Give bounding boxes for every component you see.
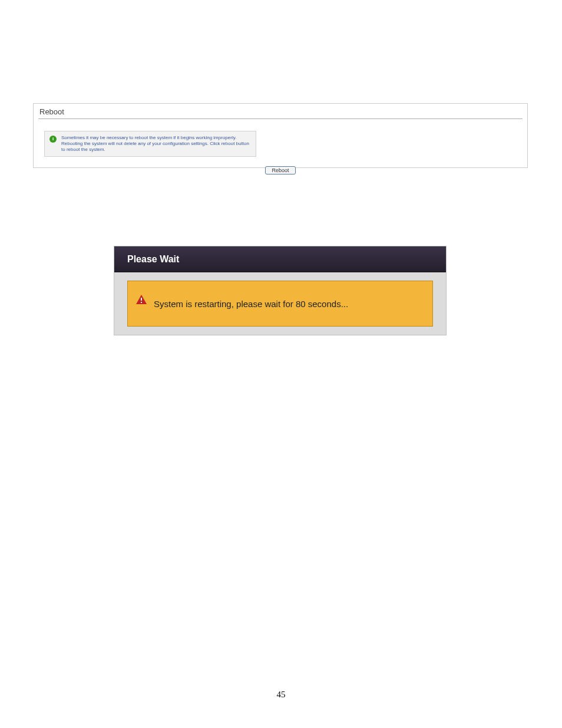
dialog-header: Please Wait	[114, 246, 446, 272]
dialog-title: Please Wait	[127, 254, 179, 265]
panel-title: Reboot	[38, 107, 523, 117]
svg-rect-2	[141, 302, 142, 303]
info-message: Sometimes it may be necessary to reboot …	[61, 135, 251, 153]
reboot-button[interactable]: Reboot	[265, 166, 295, 174]
page-number: 45	[0, 690, 562, 700]
please-wait-dialog: Please Wait System is restarting, please…	[114, 246, 447, 335]
alert-message: System is restarting, please wait for 80…	[154, 299, 348, 309]
info-icon: i	[49, 136, 57, 143]
reboot-panel: Reboot i Sometimes it may be necessary t…	[33, 103, 528, 168]
divider	[38, 118, 523, 119]
svg-rect-1	[141, 298, 142, 301]
info-box: i Sometimes it may be necessary to reboo…	[44, 131, 256, 157]
button-row: Reboot	[38, 164, 523, 174]
alert-box: System is restarting, please wait for 80…	[127, 281, 433, 327]
document-page: Reboot i Sometimes it may be necessary t…	[0, 0, 562, 728]
warning-icon	[136, 295, 147, 304]
